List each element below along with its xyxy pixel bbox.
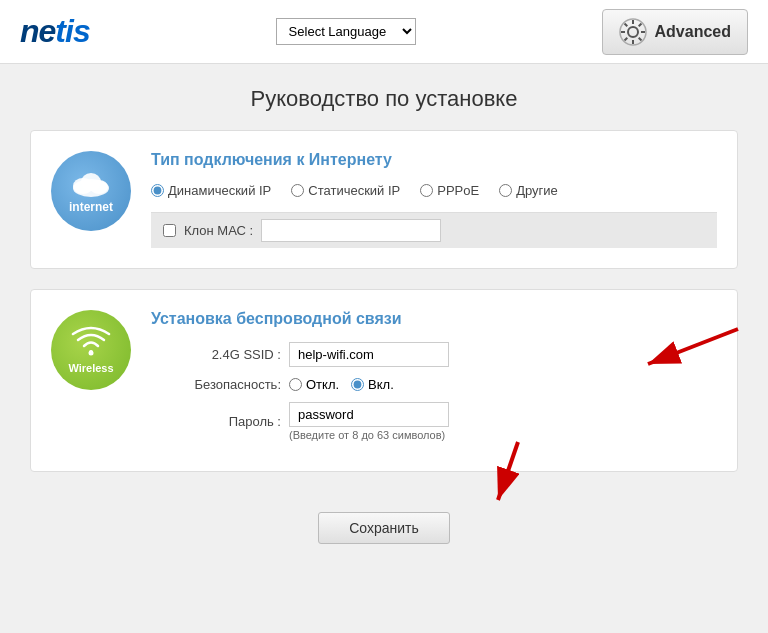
internet-section: internet Тип подключения к Интернету Дин… — [30, 130, 738, 269]
radio-pppoe-label: PPPoE — [437, 183, 479, 198]
radio-other[interactable]: Другие — [499, 183, 558, 198]
svg-line-5 — [624, 23, 627, 26]
security-off-input[interactable] — [289, 378, 302, 391]
header: netis Select Language English Русский 中文 — [0, 0, 768, 64]
radio-pppoe-input[interactable] — [420, 184, 433, 197]
mac-clone-input[interactable] — [261, 219, 441, 242]
ssid-input[interactable] — [289, 342, 449, 367]
gear-icon — [619, 18, 647, 46]
wireless-section: Wireless Установка беспроводной связи 2.… — [30, 289, 738, 472]
advanced-button[interactable]: Advanced — [602, 9, 748, 55]
main-content: internet Тип подключения к Интернету Дин… — [0, 130, 768, 584]
radio-dhcp-label: Динамический IP — [168, 183, 271, 198]
svg-point-13 — [81, 173, 101, 191]
radio-dhcp-input[interactable] — [151, 184, 164, 197]
radio-pppoe[interactable]: PPPoE — [420, 183, 479, 198]
save-row: Сохранить — [30, 492, 738, 554]
password-row: Пароль : (Введите от 8 до 63 символов) — [151, 402, 717, 441]
password-field-wrapper: (Введите от 8 до 63 символов) — [289, 402, 449, 441]
security-row: Безопасность: Откл. Вкл. — [151, 377, 717, 392]
advanced-label: Advanced — [655, 23, 731, 41]
internet-section-content: Тип подключения к Интернету Динамический… — [151, 151, 717, 248]
security-off[interactable]: Откл. — [289, 377, 339, 392]
cloud-svg — [69, 168, 113, 198]
logo: netis — [20, 13, 90, 50]
radio-other-label: Другие — [516, 183, 558, 198]
internet-icon: internet — [51, 151, 131, 231]
connection-type-group: Динамический IP Статический IP PPPoE Дру… — [151, 183, 717, 198]
radio-dhcp[interactable]: Динамический IP — [151, 183, 271, 198]
wireless-icon: Wireless — [51, 310, 131, 390]
radio-static-label: Статический IP — [308, 183, 400, 198]
svg-point-0 — [628, 27, 638, 37]
radio-other-input[interactable] — [499, 184, 512, 197]
ssid-row: 2.4G SSID : — [151, 342, 717, 367]
internet-section-title: Тип подключения к Интернету — [151, 151, 717, 169]
mac-clone-row: Клон МАС : — [151, 212, 717, 248]
radio-static[interactable]: Статический IP — [291, 183, 400, 198]
internet-icon-label: internet — [69, 200, 113, 214]
wireless-icon-label: Wireless — [68, 362, 113, 374]
svg-line-6 — [638, 37, 641, 40]
wireless-section-title: Установка беспроводной связи — [151, 310, 717, 328]
mac-clone-label: Клон МАС : — [184, 223, 253, 238]
language-select[interactable]: Select Language English Русский 中文 — [276, 18, 416, 45]
svg-line-8 — [624, 37, 627, 40]
security-on[interactable]: Вкл. — [351, 377, 394, 392]
header-center: Select Language English Русский 中文 — [276, 18, 416, 45]
svg-line-7 — [638, 23, 641, 26]
security-off-label: Откл. — [306, 377, 339, 392]
wireless-section-content: Установка беспроводной связи 2.4G SSID :… — [151, 310, 717, 451]
security-on-label: Вкл. — [368, 377, 394, 392]
wireless-section-wrapper: Wireless Установка беспроводной связи 2.… — [30, 289, 738, 472]
wifi-svg — [71, 326, 111, 358]
security-label: Безопасность: — [151, 377, 281, 392]
password-input[interactable] — [289, 402, 449, 427]
svg-point-16 — [89, 351, 94, 356]
ssid-label: 2.4G SSID : — [151, 347, 281, 362]
password-hint: (Введите от 8 до 63 символов) — [289, 429, 449, 441]
mac-clone-checkbox[interactable] — [163, 224, 176, 237]
radio-static-input[interactable] — [291, 184, 304, 197]
save-wrapper: Сохранить — [30, 492, 738, 554]
password-label: Пароль : — [151, 414, 281, 429]
save-button[interactable]: Сохранить — [318, 512, 450, 544]
security-on-input[interactable] — [351, 378, 364, 391]
page-title: Руководство по установке — [0, 64, 768, 130]
